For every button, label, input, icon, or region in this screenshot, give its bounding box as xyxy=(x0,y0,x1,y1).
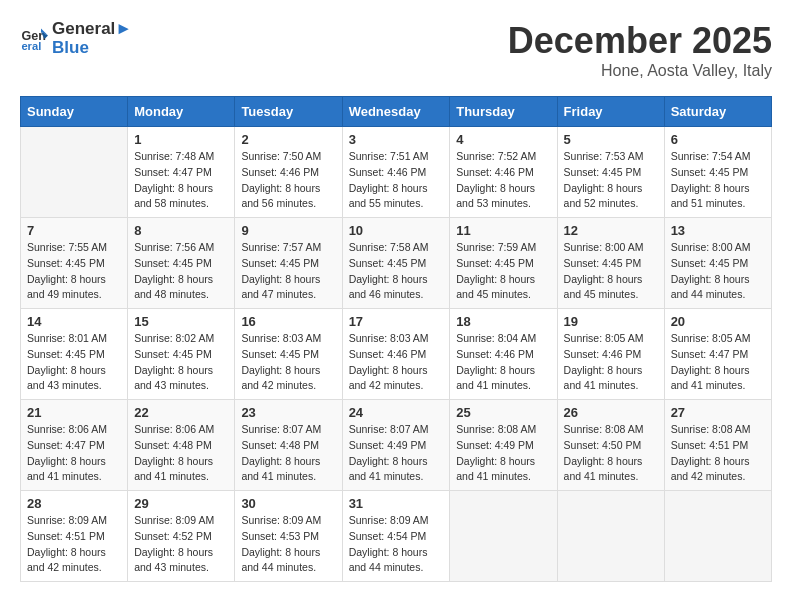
calendar-cell: 1 Sunrise: 7:48 AM Sunset: 4:47 PM Dayli… xyxy=(128,127,235,218)
calendar-cell: 16 Sunrise: 8:03 AM Sunset: 4:45 PM Dayl… xyxy=(235,309,342,400)
logo: Gen eral General► Blue xyxy=(20,20,132,57)
calendar-cell: 7 Sunrise: 7:55 AM Sunset: 4:45 PM Dayli… xyxy=(21,218,128,309)
daylight-text: Daylight: 8 hours and 56 minutes. xyxy=(241,181,335,213)
day-number: 4 xyxy=(456,132,550,147)
daylight-text: Daylight: 8 hours and 46 minutes. xyxy=(349,272,444,304)
sunrise-text: Sunrise: 8:09 AM xyxy=(241,513,335,529)
sunrise-text: Sunrise: 7:51 AM xyxy=(349,149,444,165)
daylight-text: Daylight: 8 hours and 51 minutes. xyxy=(671,181,765,213)
sunset-text: Sunset: 4:45 PM xyxy=(671,256,765,272)
weekday-header-cell: Saturday xyxy=(664,97,771,127)
sunset-text: Sunset: 4:46 PM xyxy=(564,347,658,363)
day-info: Sunrise: 8:07 AM Sunset: 4:49 PM Dayligh… xyxy=(349,422,444,485)
sunrise-text: Sunrise: 8:07 AM xyxy=(241,422,335,438)
day-number: 24 xyxy=(349,405,444,420)
day-info: Sunrise: 8:00 AM Sunset: 4:45 PM Dayligh… xyxy=(564,240,658,303)
weekday-header-cell: Wednesday xyxy=(342,97,450,127)
day-info: Sunrise: 7:52 AM Sunset: 4:46 PM Dayligh… xyxy=(456,149,550,212)
calendar-cell: 25 Sunrise: 8:08 AM Sunset: 4:49 PM Dayl… xyxy=(450,400,557,491)
svg-text:eral: eral xyxy=(21,40,41,52)
sunrise-text: Sunrise: 8:06 AM xyxy=(134,422,228,438)
calendar-cell: 11 Sunrise: 7:59 AM Sunset: 4:45 PM Dayl… xyxy=(450,218,557,309)
sunset-text: Sunset: 4:46 PM xyxy=(456,165,550,181)
sunset-text: Sunset: 4:46 PM xyxy=(349,165,444,181)
calendar-week-row: 14 Sunrise: 8:01 AM Sunset: 4:45 PM Dayl… xyxy=(21,309,772,400)
day-number: 21 xyxy=(27,405,121,420)
sunrise-text: Sunrise: 8:08 AM xyxy=(564,422,658,438)
sunrise-text: Sunrise: 8:06 AM xyxy=(27,422,121,438)
daylight-text: Daylight: 8 hours and 58 minutes. xyxy=(134,181,228,213)
sunset-text: Sunset: 4:45 PM xyxy=(134,256,228,272)
sunset-text: Sunset: 4:48 PM xyxy=(241,438,335,454)
calendar-cell: 8 Sunrise: 7:56 AM Sunset: 4:45 PM Dayli… xyxy=(128,218,235,309)
sunrise-text: Sunrise: 8:05 AM xyxy=(671,331,765,347)
sunset-text: Sunset: 4:45 PM xyxy=(134,347,228,363)
day-number: 20 xyxy=(671,314,765,329)
calendar-table: SundayMondayTuesdayWednesdayThursdayFrid… xyxy=(20,96,772,582)
sunset-text: Sunset: 4:47 PM xyxy=(134,165,228,181)
sunset-text: Sunset: 4:45 PM xyxy=(27,256,121,272)
day-info: Sunrise: 8:06 AM Sunset: 4:48 PM Dayligh… xyxy=(134,422,228,485)
day-info: Sunrise: 8:08 AM Sunset: 4:49 PM Dayligh… xyxy=(456,422,550,485)
daylight-text: Daylight: 8 hours and 44 minutes. xyxy=(241,545,335,577)
day-info: Sunrise: 8:02 AM Sunset: 4:45 PM Dayligh… xyxy=(134,331,228,394)
sunset-text: Sunset: 4:47 PM xyxy=(27,438,121,454)
sunrise-text: Sunrise: 7:50 AM xyxy=(241,149,335,165)
daylight-text: Daylight: 8 hours and 43 minutes. xyxy=(134,545,228,577)
sunrise-text: Sunrise: 8:03 AM xyxy=(241,331,335,347)
weekday-header-cell: Friday xyxy=(557,97,664,127)
day-number: 22 xyxy=(134,405,228,420)
day-number: 26 xyxy=(564,405,658,420)
sunrise-text: Sunrise: 8:02 AM xyxy=(134,331,228,347)
weekday-header-cell: Thursday xyxy=(450,97,557,127)
day-number: 7 xyxy=(27,223,121,238)
weekday-header-cell: Monday xyxy=(128,97,235,127)
daylight-text: Daylight: 8 hours and 42 minutes. xyxy=(241,363,335,395)
sunrise-text: Sunrise: 7:55 AM xyxy=(27,240,121,256)
calendar-week-row: 21 Sunrise: 8:06 AM Sunset: 4:47 PM Dayl… xyxy=(21,400,772,491)
day-info: Sunrise: 8:00 AM Sunset: 4:45 PM Dayligh… xyxy=(671,240,765,303)
sunset-text: Sunset: 4:51 PM xyxy=(27,529,121,545)
day-number: 14 xyxy=(27,314,121,329)
calendar-cell: 23 Sunrise: 8:07 AM Sunset: 4:48 PM Dayl… xyxy=(235,400,342,491)
sunrise-text: Sunrise: 7:53 AM xyxy=(564,149,658,165)
sunset-text: Sunset: 4:46 PM xyxy=(349,347,444,363)
daylight-text: Daylight: 8 hours and 42 minutes. xyxy=(27,545,121,577)
sunset-text: Sunset: 4:45 PM xyxy=(241,256,335,272)
calendar-cell: 22 Sunrise: 8:06 AM Sunset: 4:48 PM Dayl… xyxy=(128,400,235,491)
calendar-cell xyxy=(557,491,664,582)
calendar-cell: 29 Sunrise: 8:09 AM Sunset: 4:52 PM Dayl… xyxy=(128,491,235,582)
sunset-text: Sunset: 4:45 PM xyxy=(241,347,335,363)
sunrise-text: Sunrise: 8:03 AM xyxy=(349,331,444,347)
sunset-text: Sunset: 4:45 PM xyxy=(564,256,658,272)
daylight-text: Daylight: 8 hours and 44 minutes. xyxy=(349,545,444,577)
calendar-cell: 13 Sunrise: 8:00 AM Sunset: 4:45 PM Dayl… xyxy=(664,218,771,309)
day-number: 13 xyxy=(671,223,765,238)
daylight-text: Daylight: 8 hours and 41 minutes. xyxy=(564,454,658,486)
daylight-text: Daylight: 8 hours and 44 minutes. xyxy=(671,272,765,304)
sunset-text: Sunset: 4:54 PM xyxy=(349,529,444,545)
day-info: Sunrise: 7:57 AM Sunset: 4:45 PM Dayligh… xyxy=(241,240,335,303)
day-number: 23 xyxy=(241,405,335,420)
sunrise-text: Sunrise: 8:00 AM xyxy=(671,240,765,256)
calendar-cell: 17 Sunrise: 8:03 AM Sunset: 4:46 PM Dayl… xyxy=(342,309,450,400)
day-number: 19 xyxy=(564,314,658,329)
logo-text-line1: General► xyxy=(52,20,132,39)
day-info: Sunrise: 8:03 AM Sunset: 4:45 PM Dayligh… xyxy=(241,331,335,394)
calendar-cell: 31 Sunrise: 8:09 AM Sunset: 4:54 PM Dayl… xyxy=(342,491,450,582)
sunset-text: Sunset: 4:51 PM xyxy=(671,438,765,454)
day-info: Sunrise: 7:53 AM Sunset: 4:45 PM Dayligh… xyxy=(564,149,658,212)
sunset-text: Sunset: 4:46 PM xyxy=(456,347,550,363)
day-number: 25 xyxy=(456,405,550,420)
day-info: Sunrise: 8:08 AM Sunset: 4:50 PM Dayligh… xyxy=(564,422,658,485)
header: Gen eral General► Blue December 2025 Hon… xyxy=(20,20,772,80)
calendar-cell xyxy=(21,127,128,218)
sunrise-text: Sunrise: 8:09 AM xyxy=(349,513,444,529)
daylight-text: Daylight: 8 hours and 43 minutes. xyxy=(134,363,228,395)
sunset-text: Sunset: 4:46 PM xyxy=(241,165,335,181)
calendar-body: 1 Sunrise: 7:48 AM Sunset: 4:47 PM Dayli… xyxy=(21,127,772,582)
daylight-text: Daylight: 8 hours and 53 minutes. xyxy=(456,181,550,213)
sunrise-text: Sunrise: 8:08 AM xyxy=(671,422,765,438)
sunrise-text: Sunrise: 7:58 AM xyxy=(349,240,444,256)
daylight-text: Daylight: 8 hours and 47 minutes. xyxy=(241,272,335,304)
